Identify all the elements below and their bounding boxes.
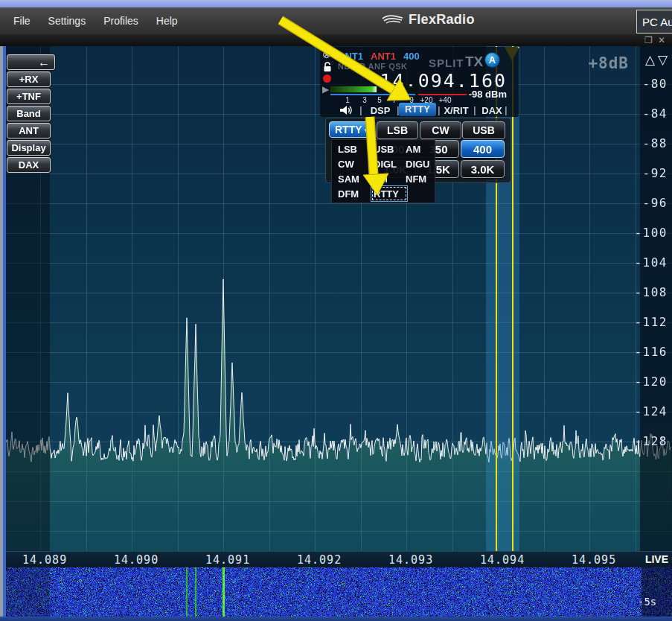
tx-antenna-label[interactable]: ANT1 [371,51,396,62]
waterfall-display[interactable] [6,567,672,617]
db-axis-label: -112 [634,315,668,329]
tab-x-rit[interactable]: X/RIT [439,104,473,118]
slice-tab-row: |||||DSPRTTYX/RITDAX [320,104,519,117]
filter-width-label[interactable]: 400 [403,51,420,62]
sidebar-button-display[interactable]: Display [7,140,51,156]
signal-level-label: -98 dBm [469,89,507,100]
mode-option-sam[interactable]: SAM [338,173,359,185]
s-meter-scale-low [330,94,415,95]
flexradio-logo: FlexRadio [381,12,475,28]
chevron-down-icon: ▼ [363,127,369,134]
frequency-axis-label: 14.089 [22,553,67,567]
ref-gain-label: +8dB [566,54,629,72]
window-top-border [0,0,672,7]
mode-option-fm[interactable]: FM [374,173,388,185]
tab-separator: | [473,104,476,115]
lock-icon[interactable] [322,61,333,72]
menu-item-file[interactable]: File [13,15,31,27]
mode-button-lsb[interactable]: LSB [377,121,418,139]
scale-zoom-in-icon[interactable]: △ [645,52,655,68]
db-axis-label: -120 [634,375,668,389]
window-left-border [0,7,6,617]
menu-items: FileSettingsProfilesHelp [13,7,178,34]
audio-badge[interactable]: A [484,52,500,68]
waterfall-time-label: -5s [638,596,656,608]
db-axis-label: -80 [643,77,668,91]
slice-close-icon[interactable]: ⊗ [322,48,331,60]
mode-option-digl[interactable]: DIGL [374,159,397,170]
db-axis-label: -128 [634,434,668,448]
frequency-axis-label: 14.093 [388,553,433,567]
mode-button-usb[interactable]: USB [462,121,505,139]
mode-option-nfm[interactable]: NFM [406,173,426,185]
sidebar-button-dax[interactable]: DAX [7,157,51,173]
tuning-line[interactable] [512,46,513,551]
play-icon[interactable]: ▶ [322,84,329,95]
db-axis-label: -124 [634,404,668,418]
db-axis-label: -116 [634,345,668,359]
menu-bar: FileSettingsProfilesHelp FlexRadio PC Au [0,7,672,35]
mode-option-usb[interactable]: USB [374,144,394,155]
sidebar-button-ant[interactable]: ANT [7,123,51,138]
s-meter [330,86,417,92]
mode-option-lsb[interactable]: LSB [338,144,357,155]
frequency-axis-label: 14.092 [297,553,342,567]
tx-label[interactable]: TX [465,54,483,70]
mode-option-rtty[interactable]: RTTY [374,188,399,200]
s-meter-scale-high [418,94,467,95]
sidebar-button-band[interactable]: Band [7,106,51,121]
filter-button-3.0k[interactable]: 3.0K [461,160,505,178]
db-axis-label: -84 [643,106,668,121]
db-axis-label: -92 [643,166,668,180]
sidebar-button-rx[interactable]: +RX [7,71,51,87]
speaker-icon[interactable] [339,105,353,115]
mode-combobox-value: RTTY [335,124,362,136]
tab-dsp[interactable]: DSP [365,104,396,118]
window-bottom-border [0,617,672,621]
frequency-axis-label: 14.095 [572,553,616,567]
tab-rtty[interactable]: RTTY [399,103,436,116]
frequency-axis-label: 14.094 [480,553,525,567]
brand-text: FlexRadio [409,12,475,28]
mode-option-am[interactable]: AM [406,144,420,155]
split-label[interactable]: SPLIT [429,57,464,69]
db-axis-label: -96 [643,196,668,210]
db-axis-label: -88 [643,136,668,150]
record-icon[interactable] [323,74,331,83]
menu-item-settings[interactable]: Settings [48,15,86,27]
db-axis-label: -108 [634,285,668,299]
sidebar-button-tnf[interactable]: +TNF [7,89,51,104]
mode-option-dfm[interactable]: DFM [338,188,359,200]
slice-flag: ⊗ ▶ ANT1 ANT1 400 NB NR ANF QSK SPLIT TX… [320,47,519,117]
tab-separator: | [359,104,362,115]
filter-button-400[interactable]: 400 [461,140,505,158]
back-button[interactable]: ← [7,54,55,70]
waterfall-live-label: LIVE [645,553,668,565]
db-axis-label: -100 [634,226,668,240]
mode-option-cw[interactable]: CW [338,159,354,170]
tab-dax[interactable]: DAX [478,104,506,118]
mode-dropdown: LSBCWSAMDFMUSBDIGLFMRTTYAMDIGUNFM [331,139,435,203]
mode-button-cw[interactable]: CW [420,121,461,139]
flexradio-wave-icon [381,13,405,27]
db-axis-label: -104 [634,255,668,270]
restore-window-icon[interactable]: ❐ [644,36,653,44]
rx-antenna-label[interactable]: ANT1 [338,51,363,62]
s-meter-fill [330,86,377,92]
frequency-axis-label: 14.091 [205,553,250,567]
menu-item-profiles[interactable]: Profiles [103,15,138,27]
frequency-axis-label: 14.090 [114,553,159,567]
mode-combobox[interactable]: RTTY ▼ [329,121,372,138]
scale-zoom-out-icon[interactable]: ▽ [658,52,668,68]
close-window-icon[interactable]: ✕ [658,36,665,44]
pc-audio-button[interactable]: PC Au [636,10,672,34]
menu-item-help[interactable]: Help [156,15,178,27]
mode-option-digu[interactable]: DIGU [406,159,430,170]
sub-title-bar [0,34,672,46]
